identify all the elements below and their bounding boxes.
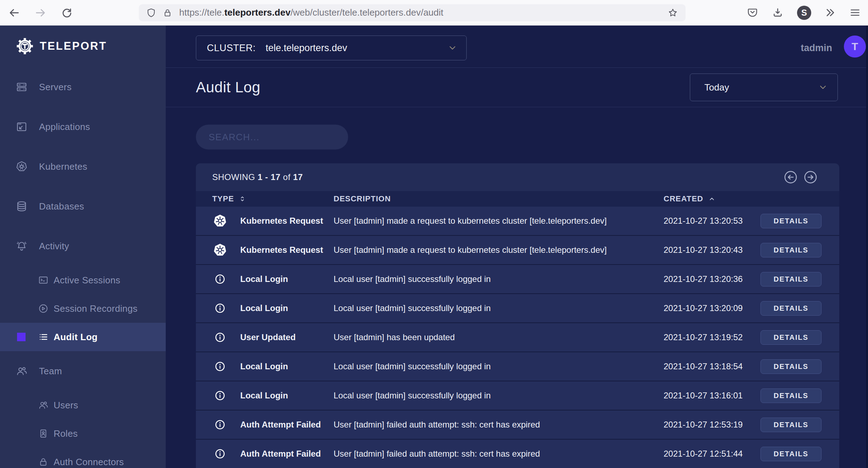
details-button[interactable]: DETAILS [760,359,822,374]
details-button[interactable]: DETAILS [760,388,822,403]
info-circle-icon [212,446,228,462]
event-created: 2021-10-27 13:20:09 [664,303,760,313]
sidebar-item-activity[interactable]: Activity [0,226,166,266]
team-icon [16,365,28,377]
address-bar[interactable]: https://tele.teleporters.dev/web/cluster… [139,4,686,21]
event-type: Kubernetes Request [240,245,323,255]
applications-icon [16,121,28,133]
databases-icon [16,200,28,212]
details-button[interactable]: DETAILS [760,272,822,287]
brand[interactable]: TELEPORT [16,36,166,56]
event-description: Local user [tadmin] successfully logged … [334,303,664,313]
arrow-left-circle-icon [783,170,798,185]
event-description: User [tadmin] has been updated [334,332,664,342]
lock-icon[interactable] [162,7,173,18]
cluster-label: CLUSTER: [207,43,256,54]
download-icon[interactable] [772,7,784,18]
info-circle-icon [212,330,228,345]
event-description: User [tadmin] failed auth attempt: ssh: … [334,420,664,430]
table-row: Kubernetes Request User [tadmin] made a … [196,207,839,236]
details-button[interactable]: DETAILS [760,330,822,345]
terminal-icon [38,275,49,285]
search-input[interactable] [196,125,348,149]
column-created[interactable]: CREATED [664,194,760,203]
kubernetes-icon [16,160,28,173]
next-page-button[interactable] [803,170,818,185]
event-type: Kubernetes Request [240,216,323,226]
sidebar-item-audit-log[interactable]: Audit Log [0,323,166,351]
column-type[interactable]: TYPE [212,194,334,203]
back-icon[interactable] [8,7,20,19]
chevron-down-icon[interactable] [138,366,148,376]
page-title: Audit Log [196,79,260,96]
table-row: Local Login Local user [tadmin] successf… [196,381,839,410]
event-type: Auth Attempt Failed [240,420,321,430]
event-description: Local user [tadmin] successfully logged … [334,361,664,371]
sidebar-item-auth-connectors[interactable]: Auth Connectors [0,448,166,468]
sidebar-item-team[interactable]: Team [0,351,166,391]
info-circle-icon [212,417,228,432]
shield-icon[interactable] [146,7,156,18]
brand-name: TELEPORT [40,40,107,53]
details-button[interactable]: DETAILS [760,243,822,257]
event-type: User Updated [240,332,296,342]
url-text[interactable]: https://tele.teleporters.dev/web/cluster… [179,7,443,18]
reload-icon[interactable] [61,7,73,19]
sidebar-item-users[interactable]: Users [0,391,166,419]
overflow-chevrons-icon[interactable] [824,7,836,18]
sidebar-item-kubernetes[interactable]: Kubernetes [0,147,166,186]
forward-icon[interactable] [34,7,46,19]
pagination [783,170,818,185]
browser-chrome: https://tele.teleporters.dev/web/cluster… [0,0,868,26]
audit-table-panel: SHOWING 1 - 17 of 17 TYPE DESCRIPTION CR… [196,163,839,468]
sidebar-item-databases[interactable]: Databases [0,186,166,226]
table-body: Kubernetes Request User [tadmin] made a … [196,207,839,468]
sidebar-item-servers[interactable]: Servers [0,67,166,107]
table-row: Kubernetes Request User [tadmin] made a … [196,236,839,265]
event-created: 2021-10-27 13:20:36 [664,274,760,284]
chevron-down-icon [818,82,828,93]
date-range-select[interactable]: Today [690,74,838,101]
table-row: User Updated User [tadmin] has been upda… [196,323,839,352]
active-indicator [17,333,26,341]
browser-profile-avatar[interactable]: S [797,6,811,20]
event-type: Local Login [240,391,288,401]
sidebar-item-roles[interactable]: Roles [0,419,166,448]
sidebar-nav: Servers Applications Kubernetes Database… [0,67,166,468]
event-description: User [tadmin] made a request to kubernet… [334,216,664,226]
date-range-value: Today [704,82,729,93]
cluster-select[interactable]: CLUSTER: tele.teleporters.dev [196,36,467,60]
prev-page-button[interactable] [783,170,798,185]
event-description: User [tadmin] failed auth attempt: ssh: … [334,449,664,459]
scrollbar[interactable] [866,26,868,468]
event-type: Auth Attempt Failed [240,449,321,459]
event-created: 2021-10-27 13:16:01 [664,391,760,401]
sidebar-item-applications[interactable]: Applications [0,107,166,147]
info-circle-icon [212,300,228,316]
chevron-down-icon[interactable] [138,241,148,251]
table-toolbar: SHOWING 1 - 17 of 17 [196,163,839,191]
details-button[interactable]: DETAILS [760,214,822,228]
pocket-icon[interactable] [747,7,758,18]
list-icon [38,332,49,342]
table-row: Auth Attempt Failed User [tadmin] failed… [196,410,839,440]
sidebar-item-session-recordings[interactable]: Session Recordings [0,294,166,323]
roles-icon [38,428,49,439]
details-button[interactable]: DETAILS [760,301,822,316]
column-description[interactable]: DESCRIPTION [334,194,664,203]
details-button[interactable]: DETAILS [760,418,822,432]
event-description: Local user [tadmin] successfully logged … [334,274,664,284]
event-created: 2021-10-27 13:18:54 [664,361,760,371]
sort-icon [238,195,247,203]
users-icon [38,400,49,410]
details-button[interactable]: DETAILS [760,447,822,461]
hamburger-menu-icon[interactable] [849,7,861,18]
chevron-down-icon [447,43,458,53]
sidebar-item-active-sessions[interactable]: Active Sessions [0,266,166,294]
kubernetes-solid-icon [212,242,228,258]
user-avatar[interactable]: T [844,36,866,58]
teleport-app: TELEPORT Servers Applications Kubernetes… [0,26,868,468]
event-created: 2021-10-27 12:51:44 [664,449,760,459]
page-header: Audit Log Today [166,67,868,107]
bookmark-star-icon[interactable] [667,7,679,18]
